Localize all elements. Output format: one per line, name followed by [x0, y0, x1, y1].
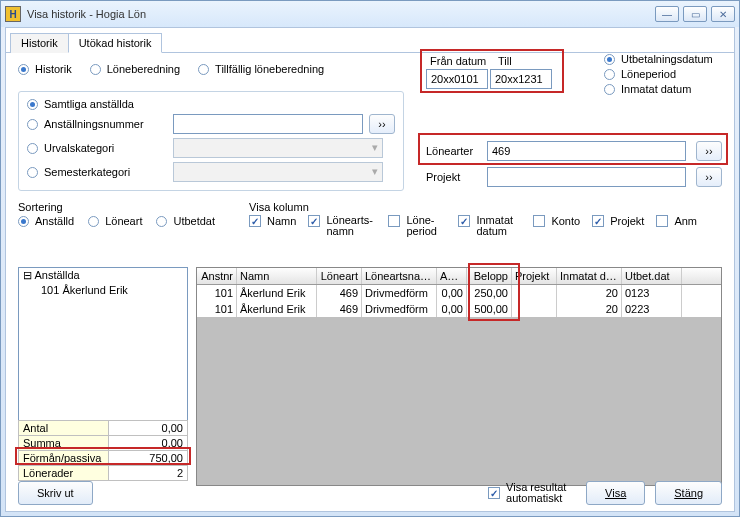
- col-namn[interactable]: Namn: [249, 215, 296, 227]
- minimize-button[interactable]: —: [655, 6, 679, 22]
- maximize-button[interactable]: ▭: [683, 6, 707, 22]
- tab-strip: Historik Utökad historik: [6, 28, 734, 53]
- summary-table: Antal0,00 Summa0,00 Förmån/passiva750,00…: [18, 420, 188, 481]
- sort-anstalld[interactable]: Anställd: [18, 215, 74, 227]
- col-loneartsnamn[interactable]: Lönearts- namn: [308, 215, 376, 237]
- app-window: H Visa historik - Hogia Lön — ▭ ✕ Histor…: [0, 0, 740, 517]
- radio-inmatat-datum[interactable]: Inmatat datum: [604, 83, 724, 95]
- projekt-lookup-button[interactable]: ››: [696, 167, 722, 187]
- auto-result-checkbox[interactable]: Visa resultat automatiskt: [488, 482, 576, 504]
- col-konto[interactable]: Konto: [533, 215, 580, 227]
- lonearter-input[interactable]: 469: [487, 141, 686, 161]
- radio-utbetalningsdatum[interactable]: Utbetalningsdatum: [604, 53, 724, 65]
- sorting-label: Sortering: [18, 201, 215, 213]
- radio-urvalskategori[interactable]: Urvalskategori: [27, 142, 167, 154]
- tab-historik[interactable]: Historik: [10, 33, 69, 53]
- app-icon: H: [5, 6, 21, 22]
- col-projekt[interactable]: Projekt: [592, 215, 644, 227]
- lonearter-label: Lönearter: [426, 145, 481, 157]
- sort-loneart[interactable]: Löneart: [88, 215, 142, 227]
- columns-label: Visa kolumn: [249, 201, 697, 213]
- radio-anstnr[interactable]: Anställningsnummer: [27, 118, 167, 130]
- radio-historik[interactable]: Historik: [18, 63, 72, 75]
- window-title: Visa historik - Hogia Lön: [27, 8, 655, 20]
- col-loneperiod[interactable]: Löne- period: [388, 215, 446, 237]
- radio-tillfallig[interactable]: Tillfällig löneberedning: [198, 63, 324, 75]
- from-date-label: Från datum: [426, 55, 494, 67]
- visa-button[interactable]: Visa: [586, 481, 645, 505]
- col-inmatat-datum[interactable]: Inmatat datum: [458, 215, 521, 237]
- projekt-input[interactable]: [487, 167, 686, 187]
- from-date-input[interactable]: 20xx0101: [426, 69, 488, 89]
- radio-loneberedning[interactable]: Löneberedning: [90, 63, 180, 75]
- titlebar: H Visa historik - Hogia Lön — ▭ ✕: [1, 1, 739, 27]
- table-row[interactable]: 101 Åkerlund Erik 469 Drivmedförm 0,00 5…: [197, 301, 721, 317]
- radio-samtliga[interactable]: Samtliga anställda: [27, 98, 395, 110]
- to-date-label: Till: [494, 55, 554, 67]
- tree-item[interactable]: 101 Åkerlund Erik: [19, 283, 187, 297]
- print-button[interactable]: Skriv ut: [18, 481, 93, 505]
- to-date-input[interactable]: 20xx1231: [490, 69, 552, 89]
- radio-semesterkategori[interactable]: Semesterkategori: [27, 166, 167, 178]
- col-anm[interactable]: Anm: [656, 215, 697, 227]
- tab-utokad-historik[interactable]: Utökad historik: [68, 33, 163, 53]
- stang-button[interactable]: Stäng: [655, 481, 722, 505]
- projekt-label: Projekt: [426, 171, 481, 183]
- table-row[interactable]: 101 Åkerlund Erik 469 Drivmedförm 0,00 2…: [197, 285, 721, 301]
- grid-header: Anstnr Namn Löneart Löneartsnamn Antal B…: [197, 268, 721, 285]
- sort-utbetdat[interactable]: Utbetdat: [156, 215, 215, 227]
- history-grid[interactable]: Anstnr Namn Löneart Löneartsnamn Antal B…: [196, 267, 722, 486]
- semesterkategori-combo[interactable]: [173, 162, 383, 182]
- lonearter-lookup-button[interactable]: ››: [696, 141, 722, 161]
- scope-group: Samtliga anställda Anställningsnummer ››…: [18, 91, 404, 191]
- anstnr-input[interactable]: [173, 114, 363, 134]
- close-button[interactable]: ✕: [711, 6, 735, 22]
- tree-root: Anställda: [34, 269, 79, 281]
- anstnr-lookup-button[interactable]: ››: [369, 114, 395, 134]
- radio-loneperiod[interactable]: Löneperiod: [604, 68, 724, 80]
- urvalskategori-combo[interactable]: [173, 138, 383, 158]
